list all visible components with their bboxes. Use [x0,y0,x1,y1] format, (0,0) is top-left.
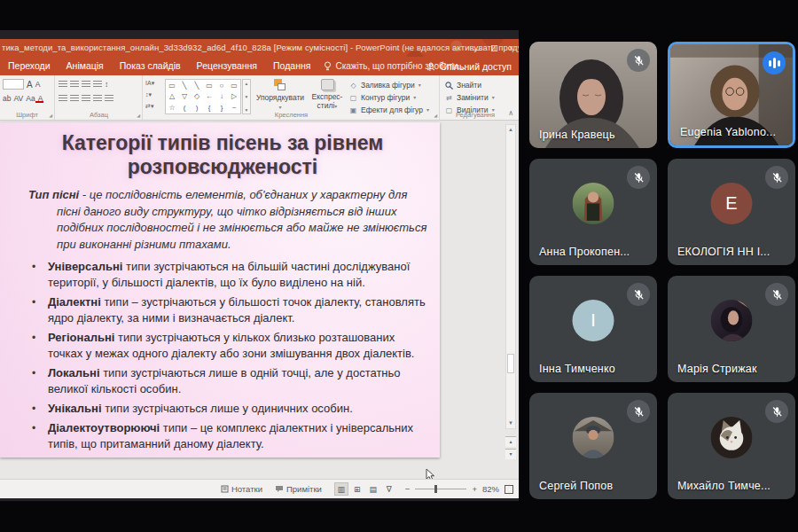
slide-bullet-list: Універсальні типи зустрічаються на більш… [18,259,427,452]
grow-font-icon[interactable]: А [27,80,33,90]
mic-off-icon [765,283,788,306]
normal-view-icon[interactable]: ▥ [334,482,348,496]
slide[interactable]: Категорії типів пісень за рівнем розповс… [0,122,440,458]
justify-icon[interactable] [93,95,102,102]
participant-tile[interactable]: І Інна Тимченко [529,276,657,382]
slide-definition: Тип пісні - це послідовність елементів, … [18,187,427,253]
line-spacing-icon[interactable]: ↕ [105,80,108,89]
participant-name: ЕКОЛОГІЯ НН І... [677,246,770,258]
mic-off-icon [627,283,650,306]
dialog-launcher-icon[interactable]: ◢ [49,113,52,118]
zoom-out-icon[interactable]: − [405,484,411,494]
tab-review[interactable]: Рецензування [189,57,265,75]
shape-fill-button[interactable]: ◇Заливка фігури▾ [349,80,429,91]
participant-name: Інна Тимченко [539,363,615,375]
previous-slide-button[interactable]: ▴ [505,436,516,447]
slide-title: Категорії типів пісень за рівнем розповс… [18,131,427,179]
mouse-cursor [426,468,436,479]
strikethrough-icon[interactable]: ab [3,94,11,103]
list-item: Універсальні типи зустрічаються на більш… [30,259,427,291]
slide-canvas: Категорії типів пісень за рівнем розповс… [0,121,519,479]
participant-tile[interactable]: Ірина Кравець [529,42,657,148]
decrease-indent-icon[interactable] [82,81,90,88]
shape-outline-icon: ▢ [349,92,357,104]
tab-slideshow[interactable]: Показ слайдів [112,57,189,75]
zoom-slider[interactable] [415,489,466,489]
zoom-slider-thumb[interactable] [434,485,437,493]
slideshow-icon[interactable]: ∇ [382,482,396,496]
reading-view-icon[interactable]: ▤ [366,482,380,496]
align-right-icon[interactable] [82,95,90,102]
text-direction-icon[interactable]: ІА▾ [145,78,154,89]
shrink-font-icon[interactable]: А [35,80,41,89]
participant-tile[interactable]: Eugenia Yablono... [668,42,795,148]
increase-indent-icon[interactable] [93,81,102,88]
bullets-icon[interactable] [59,81,67,88]
avatar: E [711,183,753,224]
list-item: Локальні типи зустрічаються лише в одній… [30,365,427,397]
participant-tile[interactable]: Марія Стрижак [668,276,795,382]
titlebar[interactable]: тика_методи_та_використання_онлайн_3d33d… [0,39,519,57]
participant-grid: Ірина Кравець Eugenia Yablono... [529,42,795,499]
notes-icon [221,485,229,493]
tab-view[interactable]: Подання [265,57,318,75]
find-button[interactable]: Знайти [445,80,495,91]
scrollbar-thumb[interactable] [507,354,514,373]
participant-name: Eugenia Yablono... [680,126,776,138]
font-size-input[interactable] [3,79,24,90]
drawing-group-label: Креслення [144,111,439,119]
shape-outline-button[interactable]: ▢Контур фігури▾ [349,92,429,104]
align-left-icon[interactable] [59,95,67,102]
search-icon [445,82,453,90]
numbering-icon[interactable] [70,81,79,88]
editing-group: Знайти ⇄Замінити▾ ▢Виділити▾ Редагування [440,75,511,120]
collapse-ribbon-icon[interactable]: ∧ [508,109,513,117]
shapes-gallery-scrollbar[interactable]: ▴ ▾ ▾ [242,79,251,114]
view-switcher: ▥ ⊞ ▤ ∇ [334,482,396,496]
font-group: А А ab AV Аа А Шрифт ◢ [0,75,55,120]
avatar [711,300,753,341]
mic-off-icon [765,166,788,189]
person-icon [426,62,435,71]
tab-animations[interactable]: Анімація [59,57,112,75]
paragraph-group-label: Абзац [56,111,142,119]
participant-tile[interactable]: Сергей Попов [529,393,657,499]
avatar: І [573,300,614,341]
shapes-gallery[interactable]: ▭╲╲▭○▭ △▽◇←↓▷ ☆(){}~ [165,79,241,114]
minimize-icon[interactable] [473,44,481,52]
change-case-icon[interactable]: Аа [26,94,35,103]
mic-off-icon [627,49,650,72]
participant-tile[interactable]: Михайло Тимче... [668,393,795,499]
char-spacing-icon[interactable]: AV [13,94,23,103]
dialog-launcher-icon[interactable]: ◢ [434,113,437,118]
scroll-up-icon[interactable]: ▲ [506,125,515,135]
replace-button[interactable]: ⇄Замінити▾ [445,92,495,104]
lightbulb-icon [324,61,332,71]
window-title: тика_методи_та_використання_онлайн_3d33d… [0,43,519,52]
columns-icon[interactable] [105,95,113,102]
scroll-down-icon[interactable]: ▾ [246,94,248,99]
avatar [573,417,614,458]
notes-button[interactable]: Нотатки [221,484,262,494]
mic-off-icon [627,166,650,189]
editing-group-label: Редагування [440,111,511,119]
align-text-icon[interactable]: ↕▾ [145,90,154,100]
scroll-down-icon[interactable]: ▼ [506,419,515,428]
align-center-icon[interactable] [70,95,79,102]
fit-to-window-icon[interactable] [505,485,513,494]
scroll-up-icon[interactable]: ▴ [246,81,248,86]
share-button[interactable]: Спільний доступ [426,57,512,75]
font-color-icon[interactable]: А [38,94,44,103]
paragraph-group: ↕ Абзац ◢ [56,75,143,120]
zoom-in-icon[interactable]: + [472,484,477,494]
dialog-launcher-icon[interactable]: ◢ [137,113,140,118]
participant-tile[interactable]: Анна Прокопен... [529,159,657,265]
vertical-scrollbar[interactable]: ▲ ▼ [505,124,516,429]
close-icon[interactable]: × [507,44,515,52]
slide-sorter-icon[interactable]: ⊞ [350,482,364,496]
comments-button[interactable]: Примітки [275,484,322,494]
next-slide-button[interactable]: ▾ [505,449,516,459]
maximize-icon[interactable] [490,44,498,52]
participant-tile[interactable]: E ЕКОЛОГІЯ НН І... [668,159,795,265]
tab-transitions[interactable]: Переходи [0,57,59,75]
